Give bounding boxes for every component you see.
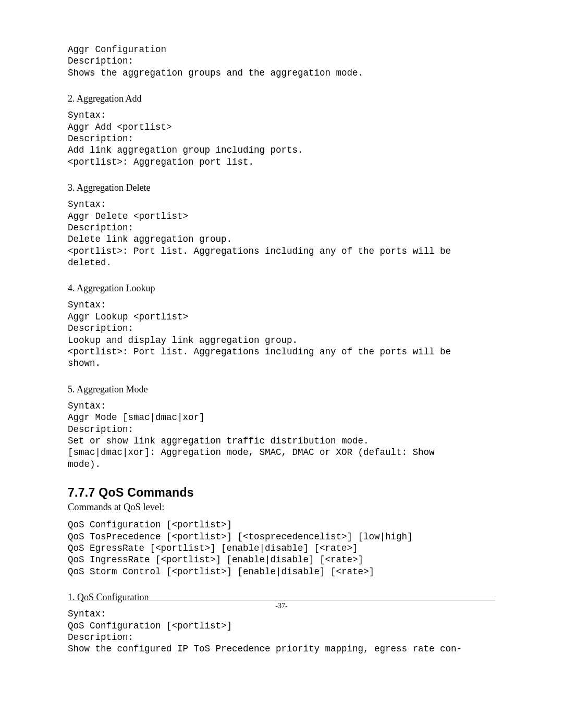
code-block-aggr-config: Aggr Configuration Description: Shows th… xyxy=(68,44,495,79)
code-block-aggregation-delete: Syntax: Aggr Delete <portlist> Descripti… xyxy=(68,199,495,268)
section-intro: Commands at QoS level: xyxy=(68,502,495,513)
page: Aggr Configuration Description: Shows th… xyxy=(0,0,563,728)
page-number: -37- xyxy=(275,602,287,610)
heading-aggregation-add: 2. Aggregation Add xyxy=(68,93,495,104)
heading-aggregation-mode: 5. Aggregation Mode xyxy=(68,384,495,395)
code-block-qos-configuration: Syntax: QoS Configuration [<portlist>] D… xyxy=(68,608,495,655)
code-block-aggregation-lookup: Syntax: Aggr Lookup <portlist> Descripti… xyxy=(68,299,495,369)
section-title-qos-commands: 7.7.7 QoS Commands xyxy=(68,486,495,500)
heading-aggregation-lookup: 4. Aggregation Lookup xyxy=(68,283,495,294)
code-block-aggregation-mode: Syntax: Aggr Mode [smac|dmac|xor] Descri… xyxy=(68,400,495,470)
code-block-aggregation-add: Syntax: Aggr Add <portlist> Description:… xyxy=(68,109,495,168)
page-footer: -37- xyxy=(68,600,495,610)
heading-aggregation-delete: 3. Aggregation Delete xyxy=(68,182,495,193)
code-block-qos-commands-list: QoS Configuration [<portlist>] QoS TosPr… xyxy=(68,519,495,577)
